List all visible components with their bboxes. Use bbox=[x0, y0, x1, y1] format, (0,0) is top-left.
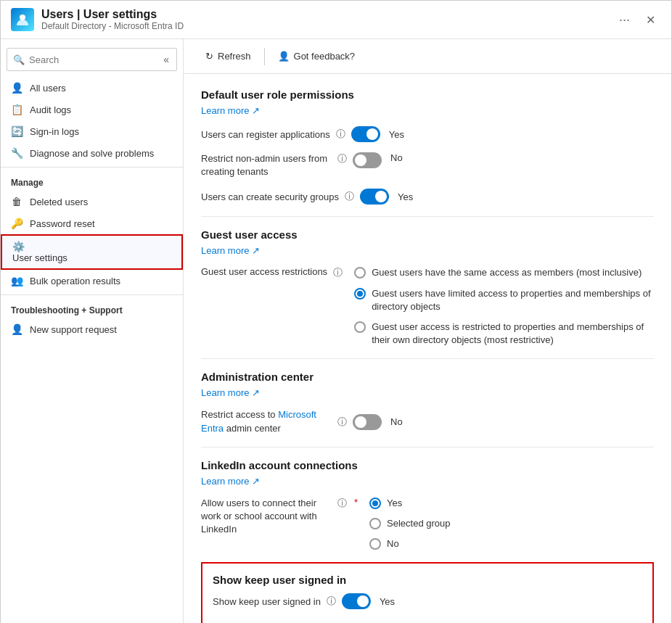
linkedin-no-text: No bbox=[387, 537, 399, 550]
user-settings-icon: ⚙️ bbox=[12, 241, 24, 252]
sidebar-item-bulk-operations[interactable]: 👥 Bulk operation results bbox=[1, 270, 183, 292]
guest-same-members-radio bbox=[354, 267, 366, 279]
main-content: 🔍 « 👤 All users 📋 Audit logs 🔄 Sign-in l… bbox=[1, 39, 671, 623]
sidebar-item-user-settings[interactable]: ⚙️ User settings bbox=[1, 234, 183, 270]
guest-limited-access-option[interactable]: Guest users have limited access to prope… bbox=[354, 287, 654, 313]
sidebar-item-diagnose[interactable]: 🔧 Diagnose and solve problems bbox=[1, 142, 183, 164]
restrict-entra-value: No bbox=[390, 416, 403, 427]
restrict-tenants-label: Restrict non-admin users from creating t… bbox=[201, 152, 332, 178]
linkedin-yes-text: Yes bbox=[387, 497, 402, 510]
guest-access-link-icon: ↗ bbox=[252, 245, 260, 256]
linkedin-group-text: Selected group bbox=[387, 517, 450, 530]
title-left: Users | User settings Default Directory … bbox=[11, 8, 184, 31]
restrict-entra-toggle[interactable] bbox=[353, 414, 382, 430]
sidebar-item-password-reset[interactable]: 🔑 Password reset bbox=[1, 213, 183, 234]
search-input[interactable] bbox=[29, 54, 157, 65]
password-reset-icon: 🔑 bbox=[11, 218, 22, 229]
deleted-users-label: Deleted users bbox=[30, 197, 88, 207]
admin-center-learn-more[interactable]: Learn more ↗ bbox=[201, 387, 260, 398]
linkedin-yes-option[interactable]: Yes bbox=[369, 497, 450, 510]
create-security-groups-value: Yes bbox=[398, 191, 413, 202]
guest-limited-access-radio bbox=[354, 288, 366, 300]
linkedin-allow-row: Allow users to connect their work or sch… bbox=[201, 497, 654, 551]
linkedin-info-icon[interactable]: ⓘ bbox=[337, 497, 347, 510]
linkedin-no-option[interactable]: No bbox=[369, 537, 450, 550]
right-panel: ↻ Refresh 👤 Got feedback? Default user r… bbox=[184, 39, 671, 623]
manage-section-label: Manage bbox=[1, 170, 183, 191]
register-apps-label: Users can register applications bbox=[201, 129, 330, 140]
create-security-groups-toggle-slider bbox=[360, 189, 389, 205]
bulk-operations-icon: 👥 bbox=[11, 275, 22, 286]
linkedin-required-star: * bbox=[354, 497, 358, 508]
guest-access-title: Guest user access bbox=[201, 228, 654, 241]
restrict-entra-toggle-slider bbox=[353, 414, 382, 430]
guest-restrictions-info-icon[interactable]: ⓘ bbox=[333, 266, 343, 279]
sidebar-item-sign-in-logs[interactable]: 🔄 Sign-in logs bbox=[1, 120, 183, 142]
restrict-tenants-toggle-slider bbox=[353, 152, 382, 168]
create-security-groups-row: Users can create security groups ⓘ Yes bbox=[201, 189, 654, 205]
guest-access-restrictions-label: Guest user access restrictions bbox=[201, 266, 327, 277]
audit-logs-icon: 📋 bbox=[11, 104, 22, 115]
search-icon: 🔍 bbox=[13, 54, 25, 65]
guest-access-learn-more[interactable]: Learn more ↗ bbox=[201, 245, 260, 256]
linkedin-learn-more[interactable]: Learn more ↗ bbox=[201, 476, 260, 487]
restrict-tenants-value: No bbox=[390, 152, 403, 163]
guest-same-members-text: Guest users have the same access as memb… bbox=[372, 266, 642, 279]
sidebar-item-audit-logs[interactable]: 📋 Audit logs bbox=[1, 99, 183, 120]
toolbar: ↻ Refresh 👤 Got feedback? bbox=[184, 39, 671, 74]
search-bar[interactable]: 🔍 « bbox=[7, 48, 177, 71]
default-role-learn-more[interactable]: Learn more ↗ bbox=[201, 105, 260, 116]
default-role-section: Default user role permissions Learn more… bbox=[201, 88, 654, 205]
admin-center-link-icon: ↗ bbox=[252, 387, 260, 398]
collapse-button[interactable]: « bbox=[162, 52, 171, 67]
support-section-label: Troubleshooting + Support bbox=[1, 298, 183, 318]
refresh-button[interactable]: ↻ Refresh bbox=[198, 46, 258, 66]
linkedin-no-radio bbox=[369, 538, 381, 550]
guest-same-as-members-option[interactable]: Guest users have the same access as memb… bbox=[354, 266, 654, 279]
guest-restricted-text: Guest user access is restricted to prope… bbox=[372, 321, 654, 347]
sign-in-logs-label: Sign-in logs bbox=[30, 126, 79, 137]
title-text: Users | User settings Default Directory … bbox=[41, 8, 184, 31]
keep-signed-in-info-icon[interactable]: ⓘ bbox=[327, 595, 336, 608]
new-support-icon: 👤 bbox=[11, 323, 22, 335]
external-link-icon: ↗ bbox=[252, 105, 260, 116]
refresh-label: Refresh bbox=[218, 51, 251, 62]
keep-signed-in-toggle[interactable] bbox=[342, 593, 371, 609]
linkedin-radio-group: Yes Selected group No bbox=[369, 497, 450, 551]
sidebar-item-deleted-users[interactable]: 🗑 Deleted users bbox=[1, 191, 183, 213]
keep-signed-in-toggle-slider bbox=[342, 593, 371, 609]
guest-restricted-option[interactable]: Guest user access is restricted to prope… bbox=[354, 321, 654, 347]
restrict-entra-label: Restrict access to Microsoft Entra admin… bbox=[201, 408, 332, 434]
admin-center-title: Administration center bbox=[201, 371, 654, 383]
create-security-groups-info-icon[interactable]: ⓘ bbox=[345, 190, 354, 203]
linkedin-group-radio bbox=[369, 518, 381, 529]
toolbar-divider bbox=[264, 48, 265, 65]
create-security-groups-label: Users can create security groups bbox=[201, 191, 339, 202]
refresh-icon: ↻ bbox=[205, 51, 213, 62]
diagnose-icon: 🔧 bbox=[11, 147, 22, 159]
restrict-tenants-info-icon[interactable]: ⓘ bbox=[337, 152, 347, 165]
register-apps-value: Yes bbox=[389, 129, 404, 140]
sidebar-item-new-support[interactable]: 👤 New support request bbox=[1, 318, 183, 340]
linkedin-allow-label: Allow users to connect their work or sch… bbox=[201, 497, 332, 537]
keep-signed-in-title: Show keep user signed in bbox=[213, 574, 642, 586]
restrict-tenants-toggle[interactable] bbox=[353, 152, 382, 168]
linkedin-link-icon: ↗ bbox=[252, 476, 260, 487]
register-apps-info-icon[interactable]: ⓘ bbox=[336, 128, 345, 141]
all-users-label: All users bbox=[30, 83, 66, 94]
linkedin-group-option[interactable]: Selected group bbox=[369, 517, 450, 530]
create-security-groups-toggle[interactable] bbox=[360, 189, 389, 205]
register-apps-toggle[interactable] bbox=[351, 126, 380, 142]
restrict-entra-info-icon[interactable]: ⓘ bbox=[337, 416, 347, 429]
title-bar: Users | User settings Default Directory … bbox=[1, 1, 671, 39]
svg-point-0 bbox=[20, 15, 25, 20]
ellipsis-button[interactable]: ··· bbox=[615, 11, 634, 29]
keep-signed-in-row: Show keep user signed in ⓘ Yes bbox=[213, 593, 642, 609]
guest-restricted-radio bbox=[354, 321, 366, 333]
keep-signed-in-value: Yes bbox=[380, 596, 395, 607]
close-button[interactable]: ✕ bbox=[640, 10, 661, 30]
keep-signed-in-label: Show keep user signed in bbox=[213, 596, 321, 607]
sidebar: 🔍 « 👤 All users 📋 Audit logs 🔄 Sign-in l… bbox=[1, 39, 184, 623]
sidebar-item-all-users[interactable]: 👤 All users bbox=[1, 77, 183, 99]
feedback-button[interactable]: 👤 Got feedback? bbox=[271, 46, 363, 66]
